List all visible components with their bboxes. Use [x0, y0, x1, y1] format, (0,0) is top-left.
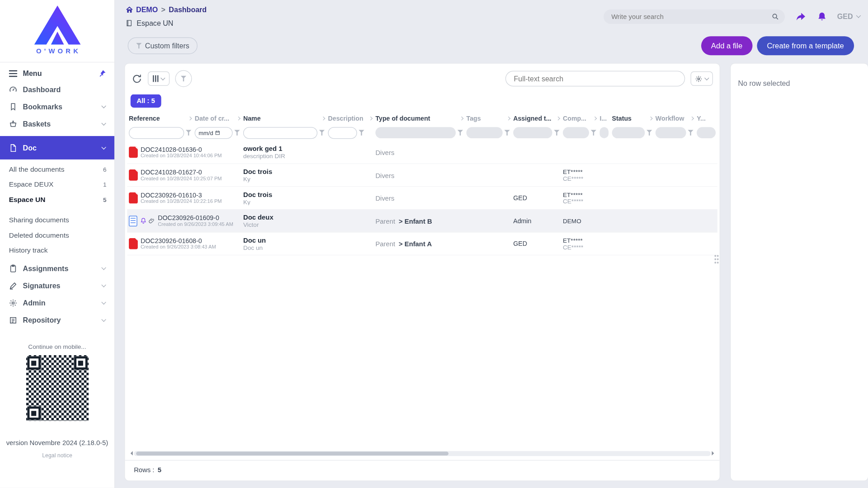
filter-reference-input[interactable] [129, 127, 184, 139]
column-header-type[interactable]: Type of document [374, 115, 465, 122]
filter-y-select[interactable] [697, 127, 716, 138]
mobile-block: Continue on mobile... [0, 343, 114, 421]
document-reference: DOC230926-01608-0 [141, 238, 216, 244]
filter-comp-select[interactable] [563, 127, 589, 138]
chevron-down-icon [704, 75, 709, 80]
filter-icon[interactable] [186, 130, 191, 135]
filter-icon[interactable] [554, 130, 559, 135]
grid-settings-button[interactable] [691, 71, 713, 86]
sidebar-item-espace-un[interactable]: Espace UN 5 [0, 192, 114, 206]
column-header-assigned[interactable]: Assigned t... [511, 115, 561, 122]
filter-workflow-select[interactable] [656, 127, 686, 138]
share-button[interactable] [795, 11, 807, 22]
filter-date-input[interactable]: mm/d [195, 127, 233, 139]
panel-resize-handle[interactable] [714, 254, 719, 265]
column-header-status[interactable]: Status [610, 115, 654, 122]
add-file-button[interactable]: Add a file [701, 36, 753, 55]
sidebar-item-label: Doc [23, 144, 97, 152]
document-reference: DOC241028-01627-0 [141, 169, 222, 176]
filter-icon[interactable] [688, 130, 693, 135]
filter-icon[interactable] [504, 130, 509, 135]
menu-toggle[interactable]: Menu [0, 62, 114, 81]
sidebar-item-admin[interactable]: Admin [0, 294, 114, 311]
fulltext-search-input[interactable] [505, 71, 685, 87]
horizontal-scrollbar[interactable] [128, 450, 717, 457]
topbar: DEMO > Dashboard Espace UN [114, 0, 868, 27]
filter-assigned-select[interactable] [513, 127, 552, 138]
filter-description-input[interactable] [328, 127, 357, 139]
column-header-description[interactable]: Description [326, 115, 374, 122]
chevron-down-icon [101, 103, 106, 108]
sidebar-item-assignments[interactable]: Assignments [0, 260, 114, 277]
breadcrumb-current[interactable]: Dashboard [169, 5, 207, 14]
sidebar-item-history-track[interactable]: History track [0, 243, 114, 258]
filter-type-select[interactable] [375, 127, 456, 138]
sidebar-item-baskets[interactable]: Baskets [0, 115, 114, 132]
row-extra-icons [140, 217, 155, 224]
breadcrumb-home[interactable]: DEMO [126, 5, 158, 14]
sidebar-item-all-documents[interactable]: All the documents 6 [0, 162, 114, 177]
filter-icon[interactable] [646, 130, 652, 135]
app-logo[interactable]: O'WORK [0, 0, 114, 57]
sidebar-item-doc[interactable]: Doc [0, 136, 114, 160]
column-header-i[interactable]: I... [598, 115, 610, 122]
sidebar-item-repository[interactable]: Repository [0, 312, 114, 329]
filter-icon[interactable] [234, 130, 240, 135]
sort-icon [506, 116, 510, 120]
filter-icon[interactable] [319, 130, 325, 135]
scrollbar-track[interactable] [134, 451, 711, 456]
column-header-reference[interactable]: Reference [127, 115, 193, 122]
notifications-button[interactable] [816, 11, 827, 22]
main-area: DEMO > Dashboard Espace UN [114, 0, 868, 488]
filter-status-select[interactable] [612, 127, 645, 138]
column-header-name[interactable]: Name [241, 115, 326, 122]
table-row[interactable]: DOC241028-01627-0 Created on 10/28/2024 … [127, 164, 717, 187]
table-row[interactable]: DOC241028-01636-0 Created on 10/28/2024 … [127, 141, 717, 164]
filter-icon[interactable] [458, 130, 463, 135]
filter-name-input[interactable] [243, 127, 317, 139]
scroll-left-arrow[interactable] [128, 451, 133, 455]
sidebar-item-sharing-documents[interactable]: Sharing documents [0, 212, 114, 227]
app-root: O'WORK Menu Dashboard Bookmarks [0, 0, 868, 488]
create-from-template-button[interactable]: Create from a template [757, 36, 854, 55]
table-row[interactable]: DOC230926-01609-0 Created on 9/26/2023 3… [127, 210, 717, 233]
global-search-input[interactable] [611, 13, 771, 20]
legal-notice-link[interactable]: Legal notice [0, 452, 114, 459]
logo-text: O'WORK [33, 47, 81, 55]
scrollbar-thumb[interactable] [136, 451, 448, 455]
column-header-date[interactable]: Date of cr... [193, 115, 241, 122]
columns-button[interactable] [148, 71, 170, 86]
sidebar-item-dashboard[interactable]: Dashboard [0, 81, 114, 98]
table-row[interactable]: DOC230926-01610-3 Created on 10/28/2024 … [127, 187, 717, 210]
search-icon[interactable] [771, 13, 779, 20]
refresh-button[interactable] [132, 73, 142, 84]
table-row[interactable]: DOC230926-01608-0 Created on 9/26/2023 3… [127, 233, 717, 256]
sidebar-item-label: Signatures [23, 282, 97, 290]
filter-icon[interactable] [359, 130, 364, 135]
sidebar-item-deleted-documents[interactable]: Deleted documents [0, 227, 114, 242]
column-header-workflow[interactable]: Workflow [654, 115, 695, 122]
filter-icon[interactable] [591, 130, 596, 135]
sidebar-item-signatures[interactable]: Signatures [0, 277, 114, 294]
tab-all-documents[interactable]: All : 5 [131, 94, 161, 108]
filter-i-select[interactable] [599, 127, 609, 138]
document-type-parent: Parent [375, 240, 395, 248]
pin-icon[interactable] [98, 69, 107, 78]
column-header-tags[interactable]: Tags [465, 115, 512, 122]
document-company-bottom: CE***** [563, 175, 596, 182]
filter-tags-select[interactable] [467, 127, 503, 138]
custom-filters-button[interactable]: Custom filters [128, 38, 198, 54]
table-body: DOC241028-01636-0 Created on 10/28/2024 … [127, 141, 717, 255]
column-header-comp[interactable]: Comp... [561, 115, 598, 122]
sidebar-item-bookmarks[interactable]: Bookmarks [0, 98, 114, 115]
column-header-y[interactable]: Y... [695, 115, 717, 122]
content: All : 5 Reference Date of cr... Name Des… [114, 55, 868, 488]
user-menu[interactable]: GED [837, 12, 860, 21]
sidebar-item-espace-deux[interactable]: Espace DEUX 1 [0, 177, 114, 192]
document-reference: DOC230926-01609-0 [158, 215, 233, 221]
scroll-right-arrow[interactable] [712, 451, 716, 455]
global-search[interactable] [604, 9, 785, 23]
chevron-down-icon [101, 265, 106, 270]
filter-toggle-button[interactable] [175, 70, 192, 87]
document-type-parent: Parent [375, 217, 395, 225]
